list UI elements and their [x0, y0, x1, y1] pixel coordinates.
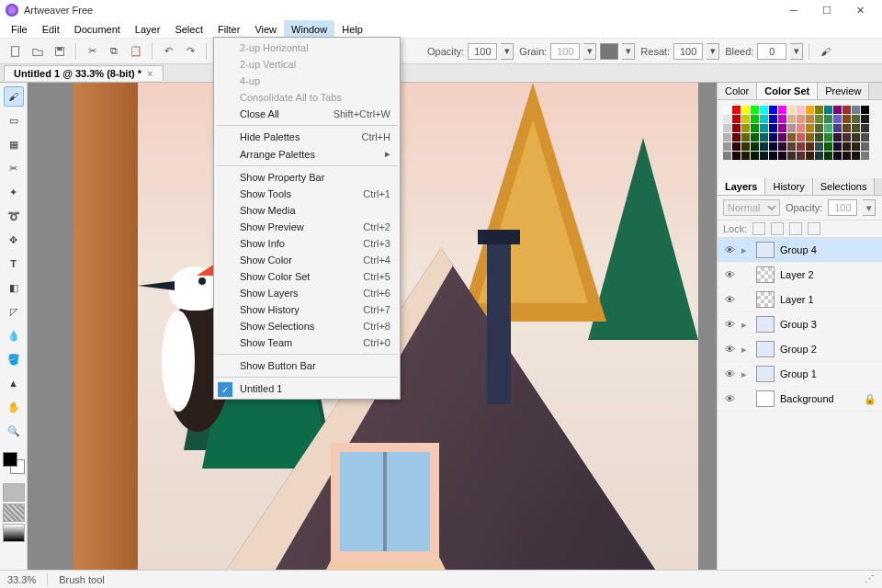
color-swatch[interactable] [769, 115, 777, 123]
color-swatch[interactable] [824, 152, 832, 160]
menu-view[interactable]: View [247, 20, 284, 38]
resize-grip-icon[interactable]: ⋰ [865, 573, 875, 585]
color-swatch[interactable] [852, 142, 860, 151]
visibility-icon[interactable]: 👁 [723, 344, 736, 355]
color-swatch[interactable] [833, 106, 842, 114]
crop-tool[interactable]: ✂ [4, 158, 24, 178]
color-swatch[interactable] [760, 152, 768, 160]
color-swatch[interactable] [861, 115, 869, 123]
color-swatch[interactable] [797, 106, 805, 114]
color-swatch[interactable] [815, 142, 823, 151]
color-swatch[interactable] [815, 133, 823, 141]
layer-row[interactable]: 👁Layer 2 [718, 263, 882, 288]
color-swatch[interactable] [806, 115, 814, 123]
color-swatch[interactable] [723, 124, 731, 132]
color-swatch[interactable] [732, 133, 741, 141]
marquee-tool[interactable]: ▭ [4, 110, 24, 130]
color-swatch[interactable] [787, 124, 796, 132]
color-swatch[interactable] [852, 115, 860, 123]
color-pair[interactable] [3, 452, 25, 474]
move-tool[interactable]: ✥ [4, 230, 24, 250]
color-swatch[interactable] [842, 115, 851, 123]
opacity-input[interactable]: 100 [468, 43, 497, 60]
color-swatch[interactable] [852, 152, 860, 160]
layer-row[interactable]: 👁▸Group 1 [718, 362, 882, 387]
expand-icon[interactable]: ▸ [741, 244, 751, 256]
color-swatch[interactable] [769, 124, 777, 132]
close-tab-icon[interactable]: × [147, 68, 153, 79]
color-swatch[interactable] [833, 115, 842, 123]
menu-window[interactable]: Window [284, 20, 334, 38]
color-swatch[interactable] [751, 124, 759, 132]
menu-edit[interactable]: Edit [35, 20, 67, 38]
resat-dropdown[interactable]: ▾ [707, 43, 719, 60]
menu-document[interactable]: Document [67, 20, 128, 38]
texture-swatch[interactable] [3, 483, 25, 502]
menu-item-show-media[interactable]: Show Media [214, 202, 400, 219]
color-swatch[interactable] [806, 124, 814, 132]
copy-button[interactable]: ⧉ [104, 41, 124, 62]
color-swatch[interactable] [787, 115, 796, 123]
expand-icon[interactable]: ▸ [741, 319, 751, 331]
color-swatch[interactable] [741, 152, 750, 160]
color-swatch[interactable] [806, 106, 814, 114]
menu-item-show-tools[interactable]: Show ToolsCtrl+1 [214, 186, 400, 202]
opacity-dropdown[interactable]: ▾ [501, 43, 514, 60]
color-swatch[interactable] [787, 142, 796, 151]
hand-tool[interactable]: ✋ [4, 397, 24, 417]
grain-swatch[interactable] [600, 43, 618, 60]
menu-layer[interactable]: Layer [128, 20, 168, 38]
color-swatch[interactable] [806, 142, 814, 151]
stamp-tool[interactable]: ▲ [4, 373, 24, 393]
color-swatch[interactable] [741, 133, 750, 141]
color-swatch[interactable] [861, 106, 869, 114]
visibility-icon[interactable]: 👁 [723, 269, 736, 280]
layer-row[interactable]: 👁Layer 1 [718, 288, 882, 312]
color-swatch[interactable] [778, 152, 786, 160]
tab-color-set[interactable]: Color Set [757, 83, 818, 99]
color-swatch[interactable] [741, 124, 750, 132]
lock-paint-button[interactable] [771, 222, 784, 235]
color-swatch[interactable] [842, 152, 851, 160]
menu-item-show-info[interactable]: Show InfoCtrl+3 [214, 235, 400, 252]
color-swatch[interactable] [842, 106, 851, 114]
color-swatch[interactable] [842, 133, 851, 141]
menu-file[interactable]: File [4, 20, 35, 38]
minimize-button[interactable]: ─ [777, 0, 810, 20]
new-file-button[interactable] [6, 41, 26, 62]
color-swatch[interactable] [751, 142, 759, 151]
undo-button[interactable]: ↶ [158, 41, 178, 62]
menu-item-show-history[interactable]: Show HistoryCtrl+7 [214, 301, 400, 318]
color-swatch[interactable] [842, 124, 851, 132]
color-swatch[interactable] [861, 133, 869, 141]
color-swatch[interactable] [833, 124, 842, 132]
color-swatch[interactable] [852, 106, 860, 114]
layer-opacity-dropdown[interactable]: ▾ [863, 199, 876, 216]
visibility-icon[interactable]: 👁 [723, 368, 736, 379]
menu-item-show-property-bar[interactable]: Show Property Bar [214, 169, 400, 186]
color-swatch[interactable] [797, 152, 805, 160]
color-swatch[interactable] [861, 124, 869, 132]
color-swatch[interactable] [778, 115, 786, 123]
cut-button[interactable]: ✂ [82, 41, 102, 62]
brush-tool[interactable]: 🖌 [4, 86, 24, 107]
zoom-tool[interactable]: 🔍 [4, 421, 24, 441]
grain-input[interactable]: 100 [550, 43, 580, 60]
color-swatch[interactable] [769, 106, 777, 114]
visibility-icon[interactable]: 👁 [723, 319, 736, 330]
layer-row[interactable]: 👁▸Group 4 [718, 238, 882, 263]
color-swatch[interactable] [787, 152, 796, 160]
tab-layers[interactable]: Layers [718, 178, 765, 195]
color-swatch[interactable] [723, 115, 731, 123]
tab-selections[interactable]: Selections [813, 178, 876, 195]
color-swatch[interactable] [833, 152, 842, 160]
color-swatch[interactable] [833, 133, 842, 141]
color-swatch[interactable] [778, 106, 786, 114]
blend-mode-select[interactable]: Normal [723, 199, 780, 216]
color-swatch[interactable] [842, 142, 851, 151]
redo-button[interactable]: ↷ [180, 41, 200, 62]
visibility-icon[interactable]: 👁 [723, 244, 736, 255]
maximize-button[interactable]: ☐ [810, 0, 843, 20]
color-swatch[interactable] [833, 142, 842, 151]
color-swatch[interactable] [824, 142, 832, 151]
